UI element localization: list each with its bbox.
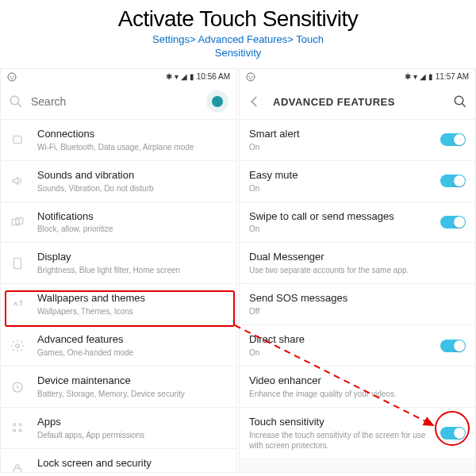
settings-screen: ✱ ▾ ◢ ▮ 10:56 AM ConnectionsWi-Fi, Bluet…: [0, 68, 237, 473]
wifi-icon: ▾: [175, 72, 178, 81]
svg-point-0: [8, 73, 16, 81]
svg-point-9: [16, 344, 20, 347]
advanced-features-screen: ✱ ▾ ◢ ▮ 11:57 AM ADVANCED FEATURES Smart…: [239, 68, 476, 473]
toggle-smart-alert[interactable]: [440, 133, 466, 146]
signal-icon: ◢: [420, 72, 426, 81]
row-advanced-features[interactable]: Advanced featuresGames, One-handed mode: [1, 325, 236, 367]
reddit-icon: [7, 72, 17, 82]
svg-point-16: [247, 73, 255, 81]
apps-icon: [10, 420, 25, 435]
row-easy-mute[interactable]: Easy muteOn: [240, 161, 475, 202]
signal-icon: ◢: [181, 72, 187, 81]
row-device-maintenance[interactable]: Device maintenanceBattery, Storage, Memo…: [1, 367, 236, 408]
row-connections[interactable]: ConnectionsWi-Fi, Bluetooth, Data usage,…: [1, 120, 236, 161]
svg-rect-8: [14, 258, 21, 269]
battery-icon: ▮: [190, 72, 194, 81]
row-lock-screen[interactable]: Lock screen and securityAlways On Displa…: [1, 449, 236, 473]
svg-point-11: [13, 424, 16, 426]
sound-icon: [10, 174, 25, 188]
toggle-swipe-call[interactable]: [440, 216, 466, 228]
svg-point-3: [10, 97, 19, 106]
svg-point-14: [19, 430, 21, 432]
status-time: 10:56 AM: [197, 72, 230, 81]
back-icon[interactable]: [248, 94, 262, 109]
battery-icon: ▮: [428, 72, 433, 81]
search-bar[interactable]: [1, 85, 236, 120]
bluetooth-icon: ✱: [405, 72, 411, 81]
svg-point-1: [10, 76, 11, 78]
row-display[interactable]: DisplayBrightness, Blue light filter, Ho…: [1, 243, 236, 284]
row-sos[interactable]: Send SOS messagesOff: [240, 284, 475, 325]
search-input[interactable]: [31, 95, 206, 108]
row-apps[interactable]: AppsDefault apps, App permissions: [1, 408, 236, 449]
toggle-easy-mute[interactable]: [440, 175, 466, 187]
svg-point-17: [248, 76, 250, 78]
svg-point-18: [251, 76, 253, 78]
row-title: Connections: [37, 128, 227, 141]
row-video-enhancer[interactable]: Video enhancerEnhance the image quality …: [240, 367, 475, 408]
display-icon: [10, 256, 25, 271]
svg-rect-5: [13, 136, 22, 144]
avatar[interactable]: [206, 90, 228, 113]
status-time: 11:57 AM: [436, 72, 469, 81]
screen-title: ADVANCED FEATURES: [273, 96, 453, 108]
row-direct-share[interactable]: Direct shareOn: [240, 325, 475, 367]
search-icon[interactable]: [453, 94, 467, 109]
breadcrumb: Settings> Advanced Features> Touch Sensi…: [0, 33, 476, 60]
svg-rect-15: [14, 469, 21, 473]
advanced-icon: [10, 339, 25, 353]
svg-line-20: [462, 104, 466, 108]
svg-point-19: [455, 97, 463, 106]
page-title: Activate Touch Sensitivity: [0, 6, 476, 32]
bluetooth-icon: ✱: [166, 72, 172, 81]
features-list: Smart alertOn Easy muteOn Swipe to call …: [240, 120, 475, 459]
row-wallpapers[interactable]: Wallpapers and themesWallpapers, Themes,…: [1, 284, 236, 325]
row-smart-alert[interactable]: Smart alertOn: [240, 120, 475, 161]
svg-point-13: [13, 430, 16, 432]
search-icon: [9, 94, 23, 109]
wallpaper-icon: [10, 298, 25, 312]
row-sounds[interactable]: Sounds and vibrationSounds, Vibration, D…: [1, 161, 236, 202]
lock-icon: [10, 462, 25, 472]
row-swipe-call[interactable]: Swipe to call or send messagesOn: [240, 202, 475, 244]
settings-list: ConnectionsWi-Fi, Bluetooth, Data usage,…: [1, 120, 236, 473]
row-touch-sensitivity[interactable]: Touch sensitivityIncrease the touch sens…: [240, 408, 475, 459]
row-dual-messenger[interactable]: Dual MessengerUse two separate accounts …: [240, 243, 475, 284]
svg-point-12: [19, 424, 21, 426]
connections-icon: [10, 132, 25, 147]
reddit-icon: [246, 72, 255, 82]
row-notifications[interactable]: NotificationsBlock, allow, prioritize: [1, 202, 236, 244]
toggle-direct-share[interactable]: [440, 340, 466, 352]
status-bar: ✱ ▾ ◢ ▮ 11:57 AM: [240, 69, 475, 85]
maintenance-icon: [10, 380, 25, 394]
notifications-icon: [10, 215, 25, 229]
status-bar: ✱ ▾ ◢ ▮ 10:56 AM: [1, 69, 236, 85]
svg-point-2: [13, 76, 14, 78]
toggle-touch-sensitivity[interactable]: [440, 427, 466, 440]
page-header: Activate Touch Sensitivity Settings> Adv…: [0, 0, 476, 63]
screen-header: ADVANCED FEATURES: [240, 85, 475, 120]
wifi-icon: ▾: [413, 72, 417, 81]
svg-line-4: [17, 104, 21, 108]
